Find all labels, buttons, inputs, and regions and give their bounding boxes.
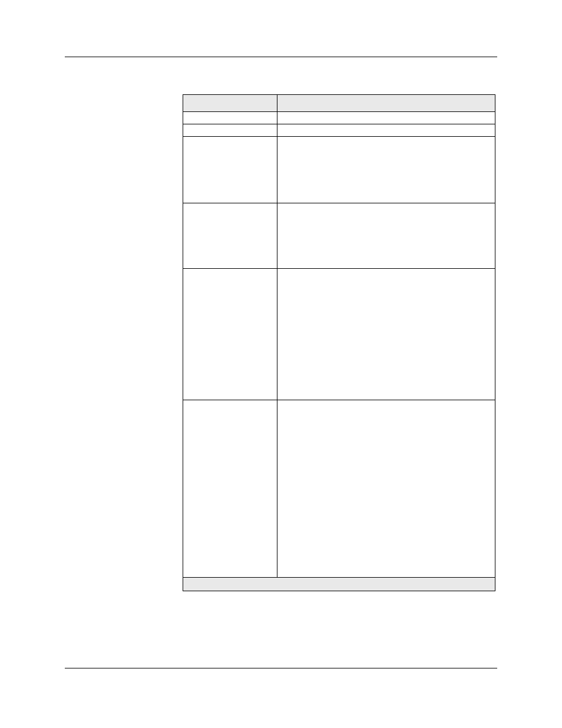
table-row: [183, 124, 495, 137]
header-rule: [65, 57, 497, 57]
table-row: [183, 112, 495, 124]
table-cell: [183, 124, 277, 137]
table-cell: [183, 203, 277, 269]
table-header-cell: [183, 95, 277, 112]
table-cell: [183, 269, 277, 400]
table-cell: [277, 203, 495, 269]
content-table: [183, 94, 495, 591]
table-cell: [183, 400, 277, 578]
table-cell: [183, 112, 277, 124]
table-cell: [277, 124, 495, 137]
table-row: [183, 137, 495, 203]
page: [0, 0, 562, 728]
table-footer-row: [183, 578, 495, 591]
table-cell: [277, 112, 495, 124]
table-footer-cell: [183, 578, 495, 591]
table-row: [183, 203, 495, 269]
table-header-cell: [277, 95, 495, 112]
footer-rule: [65, 668, 497, 668]
table-cell: [277, 400, 495, 578]
table-cell: [277, 137, 495, 203]
table-header-row: [183, 95, 495, 112]
table-cell: [277, 269, 495, 400]
table-row: [183, 269, 495, 400]
table-row: [183, 400, 495, 578]
table-cell: [183, 137, 277, 203]
